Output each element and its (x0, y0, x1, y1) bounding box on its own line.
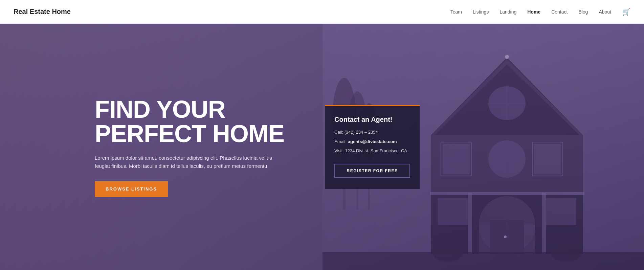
phone-label: Call: (334, 130, 343, 135)
contact-visit: Visit: 1234 Divi st. San Francisco, CA (334, 148, 410, 154)
contact-card-title: Contact an Agent! (334, 116, 410, 123)
hero-right-panel: Contact an Agent! Call: (342) 234 – 2354… (325, 105, 420, 189)
nav-about[interactable]: About (599, 9, 611, 15)
hero-content: FIND YOUR PERFECT HOME Lorem ipsum dolor… (0, 24, 644, 270)
phone-value: (342) 234 – 2354 (345, 130, 378, 135)
contact-phone: Call: (342) 234 – 2354 (334, 129, 410, 136)
main-nav: Team Listings Landing Home Contact Blog … (450, 8, 630, 16)
hero-left-panel: FIND YOUR PERFECT HOME Lorem ipsum dolor… (95, 97, 298, 197)
nav-landing[interactable]: Landing (499, 9, 516, 15)
contact-email: Email: agents@diviestate.com (334, 138, 410, 145)
hero-title-line2: PERFECT HOME (95, 120, 284, 147)
visit-label: Visit: (334, 148, 344, 153)
cart-icon[interactable]: 🛒 (622, 8, 630, 16)
email-label: Email: (334, 139, 347, 144)
header: Real Estate Home Team Listings Landing H… (0, 0, 644, 24)
register-free-button[interactable]: REGISTER FOR FREE (334, 164, 410, 178)
hero-title-line1: FIND YOUR (95, 96, 225, 123)
hero-subtitle: Lorem ipsum dolor sit amet, consectetur … (95, 154, 284, 170)
hero-title: FIND YOUR PERFECT HOME (95, 97, 298, 146)
nav-home[interactable]: Home (527, 9, 540, 15)
visit-value: 1234 Divi st. San Francisco, CA (345, 148, 407, 153)
nav-team[interactable]: Team (450, 9, 462, 15)
nav-contact[interactable]: Contact (551, 9, 568, 15)
email-value: agents@diviestate.com (348, 139, 397, 144)
nav-listings[interactable]: Listings (473, 9, 489, 15)
browse-listings-button[interactable]: BROWSE LISTINGS (95, 181, 168, 197)
hero-section: FIND YOUR PERFECT HOME Lorem ipsum dolor… (0, 24, 644, 270)
contact-card: Contact an Agent! Call: (342) 234 – 2354… (325, 105, 420, 189)
site-logo[interactable]: Real Estate Home (14, 8, 71, 16)
nav-blog[interactable]: Blog (578, 9, 588, 15)
